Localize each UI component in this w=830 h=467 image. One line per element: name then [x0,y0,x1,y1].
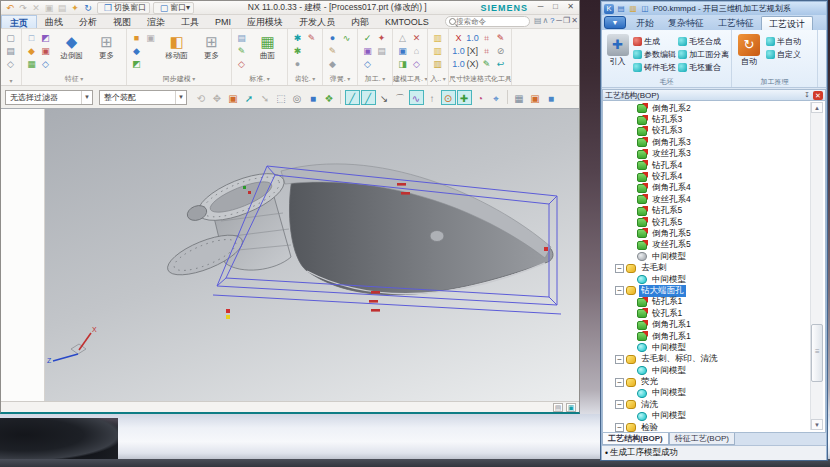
circle-select-icon[interactable]: ◎ [290,90,305,105]
capp-menu-button[interactable]: ▼ [604,16,626,29]
ribbon-tool-icon[interactable]: ✎ [494,32,507,44]
ribbon-item-毛坯重合[interactable]: 毛坯重合 [678,61,729,73]
nx-graphics-viewport[interactable]: Z X [45,109,579,401]
ribbon-tool-icon[interactable]: ◇ [361,58,374,70]
tree-node-铰孔系4[interactable]: 铰孔系4 [603,171,825,182]
capp-tab-工艺特征[interactable]: 工艺特征 [711,16,761,30]
copy-icon[interactable]: ▣ [43,2,55,14]
tree-node-钻大端面孔[interactable]: −钻大端面孔 [603,285,825,296]
tree-expander-icon[interactable]: − [615,423,624,432]
ribbon-tool-icon[interactable]: ▣ [144,32,157,44]
ribbon-tool-icon[interactable]: ✎ [326,45,339,57]
ribbon-tool-icon[interactable]: ✦ [375,32,388,44]
tree-node-铰孔系3[interactable]: 铰孔系3 [603,126,825,137]
auto-button[interactable]: ↻ 自动 [734,33,764,76]
scrollbar-thumb[interactable] [811,324,823,382]
ribbon-tool-icon[interactable]: ▢ [4,32,17,44]
shaded-view-icon[interactable]: ■ [544,90,559,105]
tab-工具[interactable]: 工具 [173,15,207,28]
ribbon-tool-icon[interactable]: ▣ [361,45,374,57]
tree-expander-icon[interactable]: − [615,264,624,273]
doc-restore-button[interactable]: ❐ [563,15,570,27]
ribbon-tool-icon[interactable]: X [452,32,465,44]
tab-应用模块[interactable]: 应用模块 [239,15,291,28]
save-file-icon[interactable]: ◫ [640,4,650,14]
promote-icon[interactable]: ➚ [242,90,257,105]
ribbon-tool-icon[interactable]: 1.0 [452,58,465,70]
snap-intersection-icon[interactable]: ✚ [457,90,472,105]
ribbon-group-label[interactable]: 特征 [22,74,126,84]
snapshot-icon[interactable]: ⟲ [194,90,209,105]
ribbon-group-label[interactable]: 尺寸快速格式化工具 - GC工具箱 [449,74,511,84]
bottom-tab-特征工艺(BOP)[interactable]: 特征工艺(BOP) [669,433,735,445]
tree-node-倒角孔系1[interactable]: 倒角孔系1 [603,319,825,330]
tree-node-倒角孔系2[interactable]: 倒角孔系2 [603,103,825,114]
scroll-up-arrow[interactable]: ▲ [811,102,823,113]
tree-expander-icon[interactable]: − [615,400,624,409]
tree-expander-icon[interactable]: − [615,378,624,387]
ribbon-tool-icon[interactable]: 1.0 [452,45,465,57]
ribbon-item-参数编辑[interactable]: 参数编辑 [633,48,676,60]
refresh-icon[interactable]: ↻ [82,2,94,14]
snap-endpoint-icon[interactable]: ↘ [377,90,392,105]
tree-node-去毛刺、标印、清洗[interactable]: −去毛刺、标印、清洗 [603,354,825,365]
redo-icon[interactable]: ↷ [17,2,29,14]
anchor-icon[interactable]: ✥ [210,90,225,105]
ribbon-tool-icon[interactable]: ■ [130,32,143,44]
ribbon-tool-icon[interactable]: ▣ [39,45,52,57]
ribbon-tool-icon[interactable]: [X] [466,45,479,57]
ribbon-item-半自动[interactable]: 半自动 [766,35,801,47]
switch-window-button[interactable]: ❐切换窗口 [97,2,150,14]
ribbon-tool-icon[interactable]: ▥ [431,45,444,57]
panel-close-icon[interactable]: ✕ [813,91,823,100]
tree-node-中间模型[interactable]: 中间模型 [603,342,825,353]
import-button[interactable]: ✚ 引入 [604,33,631,76]
ribbon-tool-icon[interactable]: ✎ [235,45,248,57]
tree-node-检验[interactable]: −检验 [603,422,825,433]
ribbon-tool-icon[interactable]: 1.0 [466,32,479,44]
process-structure-tree[interactable]: 倒角孔系2钻孔系3铰孔系3倒角孔系3攻丝孔系3钻孔系4铰孔系4倒角孔系4攻丝孔系… [602,101,826,433]
snap-point-icon[interactable]: ⌖ [489,90,504,105]
window-menu-button[interactable]: ▢窗口 ▾ [153,2,194,14]
tree-node-中间模型[interactable]: 中间模型 [603,411,825,422]
tree-node-攻丝孔系5[interactable]: 攻丝孔系5 [603,240,825,251]
ribbon-tool-icon[interactable]: ● [291,58,304,70]
tree-node-攻丝孔系3[interactable]: 攻丝孔系3 [603,149,825,160]
ribbon-button-更多[interactable]: ⊞更多 [90,32,123,60]
ribbon-group-label[interactable]: 齿轮. [288,74,322,84]
ribbon-item-铸件毛坯[interactable]: 铸件毛坯 [633,61,676,73]
ribbon-button-曲面[interactable]: ▦曲面 [251,32,284,60]
ribbon-item-加工面分离[interactable]: 加工面分离 [678,48,729,60]
tree-node-倒角孔系4[interactable]: 倒角孔系4 [603,183,825,194]
solid-select-icon[interactable]: ■ [306,90,321,105]
ribbon-tool-icon[interactable]: ▤ [235,32,248,44]
ribbon-tool-icon[interactable]: ◆ [326,58,339,70]
ribbon-group-label[interactable]: 标准. [232,74,287,84]
ribbon-group-label[interactable] [1,77,21,84]
tree-node-倒角孔系1[interactable]: 倒角孔系1 [603,331,825,342]
ribbon-tool-icon[interactable]: ◇ [4,58,17,70]
snap-line-icon[interactable]: ╱ [345,90,360,105]
tree-node-荧光[interactable]: −荧光 [603,376,825,387]
tree-node-中间模型[interactable]: 中间模型 [603,388,825,399]
ribbon-tool-icon[interactable]: ◇ [39,58,52,70]
capp-tab-工艺设计[interactable]: 工艺设计 [761,16,813,30]
ribbon-tool-icon[interactable]: ▣ [396,45,409,57]
nx-maximize-button[interactable]: □ [549,2,562,13]
ribbon-tool-icon[interactable]: ▦ [25,58,38,70]
ribbon-button-边倒圆[interactable]: ◆边倒圆 [55,32,88,60]
color-filter-icon[interactable]: ❖ [322,90,337,105]
tree-node-钻孔系1[interactable]: 钻孔系1 [603,297,825,308]
doc-minimize-button[interactable]: ─ [556,15,562,27]
tab-渲染[interactable]: 渲染 [139,15,173,28]
ribbon-tool-icon[interactable]: ◇ [235,58,248,70]
ribbon-group-label[interactable]: 入.. [428,74,448,84]
ribbon-tool-icon[interactable]: ⌂ [410,45,423,57]
ribbon-tool-icon[interactable]: ◨ [396,58,409,70]
ribbon-tool-icon[interactable]: ⊘ [494,45,507,57]
ribbon-tool-icon[interactable]: ∿ [340,32,353,44]
undo-icon[interactable]: ↶ [4,2,16,14]
tree-node-攻丝孔系4[interactable]: 攻丝孔系4 [603,194,825,205]
ribbon-tool-icon[interactable]: ✓ [361,32,374,44]
snap-vertical-icon[interactable]: ↑ [425,90,440,105]
